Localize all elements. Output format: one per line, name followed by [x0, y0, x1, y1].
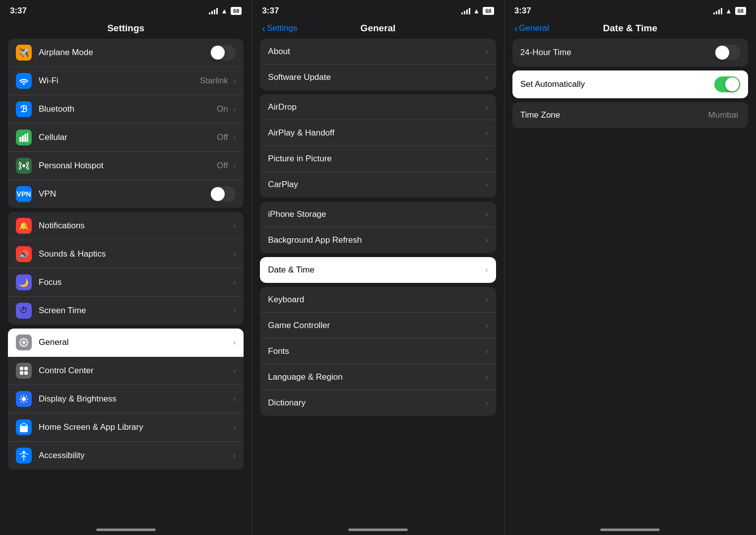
- row-right: [714, 45, 740, 61]
- nav-bar-3: ‹ General Date & Time: [504, 20, 756, 39]
- row-hotspot[interactable]: Personal Hotspot Off ›: [8, 152, 244, 180]
- svg-rect-1: [22, 135, 24, 142]
- row-right: ›: [485, 372, 488, 382]
- airplane-toggle[interactable]: [210, 45, 236, 61]
- bar4: [469, 8, 470, 14]
- 24hour-toggle[interactable]: [714, 45, 740, 61]
- row-bg-refresh[interactable]: Background App Refresh ›: [260, 227, 496, 253]
- row-about[interactable]: About ›: [260, 39, 496, 65]
- row-label: Home Screen & App Library: [39, 422, 143, 432]
- row-label: Bluetooth: [39, 104, 74, 114]
- row-content: Cellular Off ›: [39, 133, 236, 142]
- row-label: Dictionary: [268, 398, 306, 408]
- timezone-group: Time Zone Mumbai: [512, 102, 748, 128]
- wifi-value: Starlink: [200, 76, 228, 86]
- toggle-thumb: [211, 46, 225, 60]
- row-content: Keyboard ›: [268, 295, 488, 305]
- row-right: [210, 45, 236, 61]
- row-airplane-mode[interactable]: ✈️ Airplane Mode: [8, 39, 244, 67]
- row-game-controller[interactable]: Game Controller ›: [260, 313, 496, 338]
- row-language[interactable]: Language & Region ›: [260, 364, 496, 390]
- wifi-status-icon-2: ▲: [473, 7, 480, 15]
- row-notifications[interactable]: 🔔 Notifications ›: [8, 212, 244, 240]
- home-indicator-3: [600, 529, 660, 531]
- row-dictionary[interactable]: Dictionary ›: [260, 390, 496, 416]
- row-24hour[interactable]: 24-Hour Time: [512, 39, 748, 67]
- row-general[interactable]: General ›: [8, 329, 244, 357]
- status-time-3: 3:37: [514, 6, 531, 16]
- row-keyboard[interactable]: Keyboard ›: [260, 287, 496, 313]
- chevron-icon: ›: [233, 76, 236, 86]
- svg-rect-7: [20, 367, 23, 370]
- row-screen-time[interactable]: ⏱ Screen Time ›: [8, 297, 244, 325]
- vpn-toggle[interactable]: [210, 186, 236, 202]
- row-label: Airplane Mode: [39, 48, 93, 58]
- keyboard-group: Keyboard › Game Controller ›: [260, 287, 496, 416]
- chevron-icon: ›: [233, 104, 236, 114]
- row-timezone[interactable]: Time Zone Mumbai: [512, 102, 748, 128]
- row-label: Fonts: [268, 346, 289, 356]
- chevron-icon: ›: [485, 102, 488, 112]
- chevron-icon: ›: [233, 337, 236, 347]
- phones-container: 3:37 ▲ 68 Settings ✈️: [0, 0, 756, 535]
- svg-rect-3: [27, 133, 28, 142]
- airplane-icon: ✈️: [16, 45, 32, 61]
- row-content: General ›: [39, 337, 236, 347]
- chevron-icon: ›: [233, 221, 236, 231]
- home-indicator-2: [348, 529, 408, 531]
- row-right: Starlink ›: [200, 76, 236, 86]
- chevron-icon: ›: [233, 422, 236, 432]
- nav-back-2[interactable]: ‹ Settings: [262, 23, 297, 33]
- row-date-time[interactable]: Date & Time ›: [260, 257, 496, 283]
- row-carplay[interactable]: CarPlay ›: [260, 172, 496, 198]
- panel-datetime: 3:37 ▲ 68 ‹ General Date & Time: [504, 0, 756, 535]
- row-focus[interactable]: 🌙 Focus ›: [8, 268, 244, 297]
- row-content: Bluetooth On ›: [39, 104, 236, 114]
- chevron-icon: ›: [233, 366, 236, 376]
- row-control-center[interactable]: Control Center ›: [8, 357, 244, 385]
- row-pip[interactable]: Picture in Picture ›: [260, 146, 496, 172]
- row-content: Screen Time ›: [39, 306, 236, 316]
- chevron-icon: ›: [233, 306, 236, 316]
- row-label: Sounds & Haptics: [39, 249, 106, 259]
- bar3: [214, 9, 215, 14]
- toggle-thumb: [715, 46, 729, 60]
- row-fonts[interactable]: Fonts ›: [260, 338, 496, 364]
- chevron-icon: ›: [233, 451, 236, 461]
- row-label: Date & Time: [268, 265, 315, 275]
- nav-back-3[interactable]: ‹ General: [514, 23, 549, 33]
- row-right: ›: [485, 102, 488, 112]
- signal-bars-3: [713, 8, 722, 14]
- row-sounds[interactable]: 🔊 Sounds & Haptics ›: [8, 240, 244, 268]
- set-auto-toggle[interactable]: [714, 76, 740, 92]
- row-home-screen[interactable]: Home Screen & App Library ›: [8, 413, 244, 442]
- row-display[interactable]: Display & Brightness ›: [8, 385, 244, 413]
- row-vpn[interactable]: VPN VPN: [8, 180, 244, 208]
- sounds-icon: 🔊: [16, 246, 32, 262]
- vpn-icon: VPN: [16, 186, 32, 202]
- row-right: ›: [485, 398, 488, 408]
- row-airplay[interactable]: AirPlay & Handoff ›: [260, 120, 496, 146]
- datetime-group-wrapper: Date & Time ›: [260, 257, 496, 283]
- row-set-automatically[interactable]: Set Automatically: [512, 70, 748, 98]
- row-iphone-storage[interactable]: iPhone Storage ›: [260, 201, 496, 227]
- chevron-icon: ›: [485, 154, 488, 164]
- row-cellular[interactable]: Cellular Off ›: [8, 124, 244, 152]
- chevron-icon: ›: [485, 321, 488, 331]
- row-label: Notifications: [39, 221, 85, 231]
- row-content: Control Center ›: [39, 366, 236, 376]
- settings-list-1: ✈️ Airplane Mode: [0, 39, 252, 473]
- battery-3: 68: [735, 7, 746, 15]
- wifi-icon: [16, 73, 32, 89]
- row-right: ›: [485, 265, 488, 275]
- signal-bars-2: [461, 8, 470, 14]
- row-label: Focus: [39, 277, 62, 287]
- row-wifi[interactable]: Wi-Fi Starlink ›: [8, 67, 244, 95]
- about-group: About › Software Update ›: [260, 39, 496, 90]
- row-airdrop[interactable]: AirDrop ›: [260, 94, 496, 120]
- row-software-update[interactable]: Software Update ›: [260, 65, 496, 90]
- row-content: Personal Hotspot Off ›: [39, 161, 236, 171]
- row-right: ›: [485, 346, 488, 356]
- row-bluetooth[interactable]: ℬ Bluetooth On ›: [8, 95, 244, 124]
- row-accessibility[interactable]: Accessibility ›: [8, 442, 244, 469]
